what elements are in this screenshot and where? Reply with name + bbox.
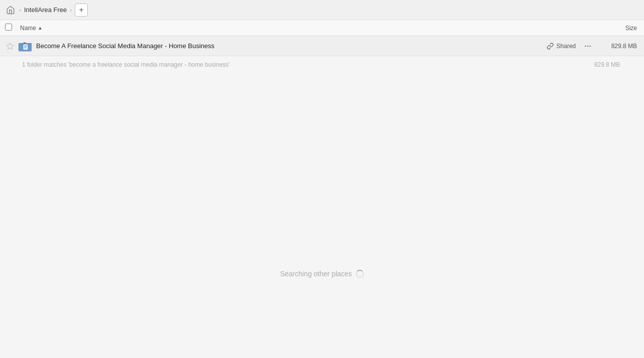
star-icon[interactable] [5, 42, 15, 50]
breadcrumb-chevron: › [19, 7, 21, 14]
name-column-header[interactable]: Name ▲ [20, 25, 599, 32]
searching-label: Searching other places [280, 270, 352, 278]
breadcrumb-bar: › IntellArea Free › + [0, 0, 644, 20]
svg-point-6 [585, 45, 586, 47]
file-size: 829.8 MB [599, 43, 639, 50]
loading-spinner [356, 270, 364, 278]
match-text: 1 folder matches 'become a freelance soc… [22, 61, 230, 68]
shared-label: Shared [556, 43, 576, 50]
file-name: Become A Freelance Social Media Manager … [36, 42, 547, 50]
add-button[interactable]: + [75, 4, 88, 17]
shared-badge[interactable]: Shared [547, 43, 576, 50]
match-size: 829.8 MB [594, 61, 622, 68]
breadcrumb-chevron-2: › [70, 7, 72, 14]
svg-point-8 [589, 45, 591, 47]
file-row[interactable]: Become A Freelance Social Media Manager … [0, 36, 644, 56]
svg-point-7 [587, 45, 589, 47]
folder-icon [17, 38, 33, 54]
match-info: 1 folder matches 'become a freelance soc… [0, 56, 644, 73]
select-all-checkbox[interactable] [5, 24, 17, 33]
more-options-button[interactable] [582, 40, 594, 52]
home-icon[interactable] [5, 5, 16, 16]
searching-status: Searching other places [280, 270, 364, 278]
column-header: Name ▲ Size [0, 20, 644, 36]
svg-marker-0 [7, 43, 13, 49]
sort-arrow-icon: ▲ [38, 25, 43, 31]
breadcrumb-intellarea[interactable]: IntellArea Free [24, 6, 67, 14]
size-column-header: Size [599, 25, 639, 32]
